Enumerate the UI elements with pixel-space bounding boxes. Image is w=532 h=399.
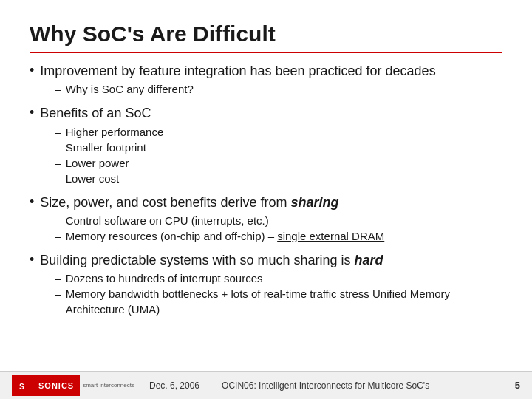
bullet-3-sub-2: – Memory resources (on-chip and off-chip… (55, 228, 384, 244)
footer-conference: OCIN06: Intelligent Interconnects for Mu… (222, 381, 429, 391)
bullet-4: • Building predictable systems with so m… (30, 251, 502, 320)
bullet-dot-3: • (30, 194, 34, 210)
bullet-dot-2: • (30, 105, 34, 120)
bullet-4-sub-1: – Dozens to hundreds of interrupt source… (55, 270, 502, 286)
bullet-4-subs: – Dozens to hundreds of interrupt source… (55, 270, 502, 317)
footer-info: Dec. 6, 2006 OCIN06: Intelligent Interco… (149, 381, 515, 391)
slide: Why SoC's Are Difficult • Improvement by… (0, 0, 532, 399)
bullet-3: • Size, power, and cost benefits derive … (30, 194, 502, 247)
bullet-dot-4: • (30, 252, 34, 267)
bullet-2-text: Benefits of an SoC (40, 106, 151, 120)
bullet-3-sub-1: – Control software on CPU (interrupts, e… (55, 213, 384, 228)
bullet-3-subs: – Control software on CPU (interrupts, e… (55, 213, 384, 244)
bullet-1-text: Improvement by feature integration has b… (40, 64, 435, 78)
slide-title: Why SoC's Are Difficult (30, 21, 502, 47)
bullet-2: • Benefits of an SoC – Higher performanc… (30, 104, 502, 188)
slide-footer: S SONICS smart interconnects Dec. 6, 200… (0, 371, 532, 399)
bullet-2-sub-3: – Lower power (55, 155, 163, 171)
bullet-1-sub-1: – Why is SoC any different? (55, 81, 435, 97)
bullet-3-text: Size, power, and cost benefits derive fr… (40, 195, 338, 210)
logo-text: SONICS (38, 381, 74, 390)
bullet-2-sub-2: – Smaller footprint (55, 140, 163, 155)
bullet-1: • Improvement by feature integration has… (30, 62, 502, 100)
bullet-4-sub-2: – Memory bandwidth bottlenecks + lots of… (55, 286, 502, 317)
bullet-2-subs: – Higher performance – Smaller footprint… (55, 124, 163, 186)
svg-text:S: S (19, 383, 24, 391)
footer-date: Dec. 6, 2006 (149, 381, 200, 391)
slide-content: • Improvement by feature integration has… (30, 62, 502, 399)
bullet-dot-1: • (30, 63, 34, 78)
bullet-2-sub-1: – Higher performance (55, 124, 163, 140)
logo-subtitle: smart interconnects (83, 382, 134, 389)
bullet-4-text: Building predictable systems with so muc… (40, 253, 383, 267)
sonics-icon: S (18, 378, 38, 393)
footer-page-number: 5 (515, 380, 520, 391)
bullet-1-subs: – Why is SoC any different? (55, 81, 435, 97)
footer-logo: S SONICS smart interconnects (12, 375, 134, 396)
title-divider (30, 52, 502, 53)
bullet-2-sub-4: – Lower cost (55, 171, 163, 186)
